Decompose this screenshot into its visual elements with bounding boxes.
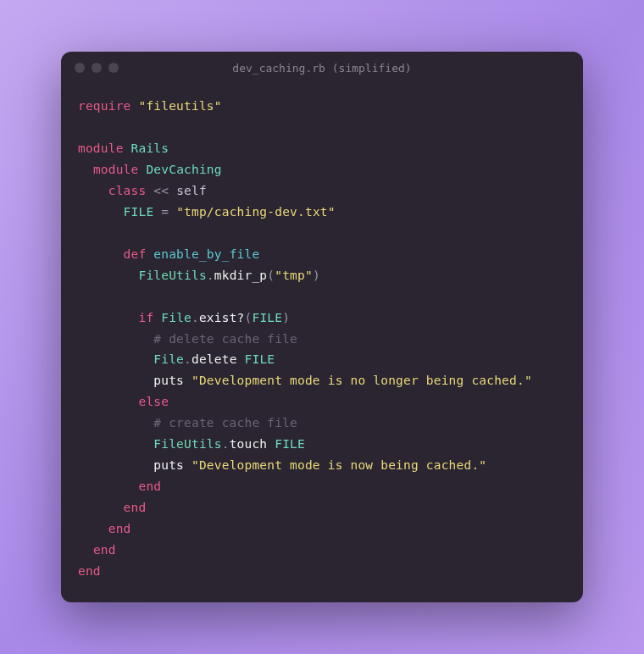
- maximize-icon[interactable]: [108, 63, 119, 73]
- keyword-end: end: [93, 543, 116, 557]
- keyword-self: self: [176, 184, 207, 197]
- minimize-icon[interactable]: [92, 63, 102, 73]
- constant: File: [153, 352, 184, 366]
- editor-window: dev_caching.rb (simplified) require "fil…: [61, 52, 583, 602]
- method-call: puts: [153, 458, 184, 472]
- constant: Rails: [131, 141, 169, 155]
- keyword-if: if: [138, 311, 153, 324]
- window-title: dev_caching.rb (simplified): [61, 62, 583, 75]
- constant: FileUtils: [153, 437, 221, 451]
- code-area: require "fileutils" module Rails module …: [61, 84, 583, 602]
- string-literal: "Development mode is now being cached.": [192, 458, 486, 472]
- keyword-require: require: [78, 99, 131, 113]
- method-call: mkdir_p: [214, 269, 268, 282]
- keyword-module: module: [93, 163, 139, 176]
- constant: File: [161, 311, 192, 324]
- keyword-def: def: [124, 247, 147, 261]
- string-literal: "tmp/caching-dev.txt": [176, 205, 336, 219]
- constant: FILE: [245, 352, 275, 366]
- method-call: exist?: [199, 311, 245, 324]
- keyword-end: end: [138, 479, 161, 493]
- keyword-end: end: [78, 564, 101, 578]
- string-literal: "Development mode is no longer being cac…: [192, 374, 532, 387]
- keyword-module: module: [78, 141, 124, 155]
- method-call: touch: [230, 437, 268, 451]
- keyword-else: else: [138, 395, 169, 408]
- method-name: enable_by_file: [153, 247, 259, 261]
- comment: # delete cache file: [153, 332, 297, 346]
- close-icon[interactable]: [75, 63, 85, 73]
- string-literal: "fileutils": [138, 99, 221, 113]
- constant: DevCaching: [146, 163, 221, 176]
- method-call: puts: [153, 374, 184, 387]
- constant: FILE: [252, 311, 282, 324]
- string-literal: "tmp": [275, 269, 313, 282]
- keyword-end: end: [108, 522, 131, 535]
- constant: FILE: [124, 205, 154, 219]
- titlebar: dev_caching.rb (simplified): [61, 52, 583, 84]
- constant: FILE: [275, 437, 305, 451]
- keyword-class: class: [108, 184, 147, 197]
- keyword-end: end: [124, 501, 147, 514]
- comment: # create cache file: [153, 416, 297, 430]
- method-call: delete: [192, 352, 237, 366]
- traffic-lights: [75, 63, 119, 73]
- constant: FileUtils: [138, 269, 206, 282]
